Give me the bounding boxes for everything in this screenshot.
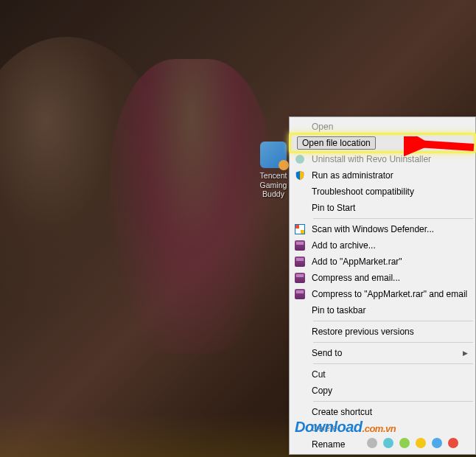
menu-item-label: Pin to taskbar bbox=[312, 305, 468, 315]
watermark-dot bbox=[432, 438, 442, 448]
menu-separator bbox=[313, 401, 473, 402]
menu-item-cut[interactable]: Cut bbox=[291, 366, 474, 383]
menu-item-run-as-administrator[interactable]: Run as administrator bbox=[291, 167, 474, 184]
menu-item-open[interactable]: Open bbox=[291, 119, 474, 135]
menu-item-label: Send to bbox=[312, 348, 463, 358]
menu-item-compress-and-email[interactable]: Compress and email... bbox=[291, 270, 474, 286]
menu-separator bbox=[313, 342, 473, 343]
menu-item-label: Compress and email... bbox=[312, 273, 468, 283]
menu-separator bbox=[313, 321, 473, 321]
menu-item-label: Add to archive... bbox=[312, 240, 468, 251]
menu-separator bbox=[313, 218, 473, 219]
submenu-arrow-icon: ▶ bbox=[463, 349, 468, 357]
menu-icon-blank bbox=[294, 304, 306, 316]
watermark-dot bbox=[383, 438, 393, 448]
watermark-dot bbox=[416, 438, 426, 448]
watermark-dots bbox=[367, 438, 458, 448]
tencent-icon bbox=[260, 142, 287, 168]
menu-item-pin-to-start[interactable]: Pin to Start bbox=[291, 200, 474, 216]
menu-item-create-shortcut[interactable]: Create shortcut bbox=[291, 404, 474, 420]
winrar-icon bbox=[294, 272, 306, 284]
menu-item-label: Open file location bbox=[302, 138, 371, 148]
menu-item-send-to[interactable]: Send to▶ bbox=[291, 345, 474, 361]
menu-item-label: Restore previous versions bbox=[312, 327, 468, 337]
svg-point-0 bbox=[295, 155, 304, 164]
menu-item-copy[interactable]: Copy bbox=[291, 383, 474, 399]
watermark-suffix: .com.vn bbox=[363, 423, 396, 434]
menu-item-open-file-location[interactable]: Open file location bbox=[291, 135, 474, 151]
shield-icon bbox=[294, 170, 306, 181]
menu-item-add-to-appmarket-rar[interactable]: Add to "AppMarket.rar" bbox=[291, 254, 474, 270]
menu-item-pin-to-taskbar[interactable]: Pin to taskbar bbox=[291, 302, 474, 318]
menu-separator bbox=[313, 363, 473, 364]
menu-icon-blank bbox=[294, 385, 306, 397]
defender-icon bbox=[294, 223, 306, 235]
menu-item-label: Compress to "AppMarket.rar" and email bbox=[312, 289, 468, 299]
menu-icon-blank bbox=[294, 186, 306, 198]
menu-item-compress-to-appmarket-rar-and-email[interactable]: Compress to "AppMarket.rar" and email bbox=[291, 286, 474, 302]
menu-item-label: Uninstall with Revo Uninstaller bbox=[312, 154, 468, 164]
watermark-dot bbox=[448, 438, 458, 448]
watermark-main: Download bbox=[295, 419, 363, 435]
winrar-icon bbox=[294, 240, 306, 251]
winrar-icon bbox=[294, 256, 306, 268]
menu-item-label: Open bbox=[312, 122, 468, 132]
context-menu: OpenOpen file locationUninstall with Rev… bbox=[289, 116, 476, 455]
menu-item-label: Create shortcut bbox=[312, 407, 468, 417]
menu-item-label: Scan with Windows Defender... bbox=[312, 224, 468, 234]
revo-icon bbox=[294, 153, 306, 165]
menu-item-troubleshoot-compatibility[interactable]: Troubleshoot compatibility bbox=[291, 184, 474, 200]
watermark-dot bbox=[367, 438, 377, 448]
watermark: Download.com.vn bbox=[295, 419, 396, 436]
menu-item-add-to-archive[interactable]: Add to archive... bbox=[291, 237, 474, 254]
menu-item-label: Troubleshoot compatibility bbox=[312, 186, 468, 197]
menu-icon-blank bbox=[294, 121, 306, 133]
menu-icon-blank bbox=[294, 326, 306, 338]
menu-icon-blank bbox=[294, 369, 306, 380]
menu-icon-blank bbox=[294, 439, 306, 450]
menu-item-label: Add to "AppMarket.rar" bbox=[312, 257, 468, 267]
winrar-icon bbox=[294, 288, 306, 300]
menu-icon-blank bbox=[294, 406, 306, 418]
menu-icon-blank bbox=[294, 347, 306, 359]
menu-item-label: Pin to Start bbox=[312, 203, 468, 213]
menu-item-label: Copy bbox=[312, 386, 468, 396]
menu-item-uninstall-with-revo-uninstaller[interactable]: Uninstall with Revo Uninstaller bbox=[291, 151, 474, 167]
watermark-dot bbox=[399, 438, 410, 448]
menu-item-scan-with-windows-defender[interactable]: Scan with Windows Defender... bbox=[291, 221, 474, 237]
menu-item-label: Cut bbox=[312, 369, 468, 380]
menu-item-label: Run as administrator bbox=[312, 170, 468, 181]
menu-icon-blank bbox=[294, 202, 306, 214]
menu-item-restore-previous-versions[interactable]: Restore previous versions bbox=[291, 324, 474, 340]
